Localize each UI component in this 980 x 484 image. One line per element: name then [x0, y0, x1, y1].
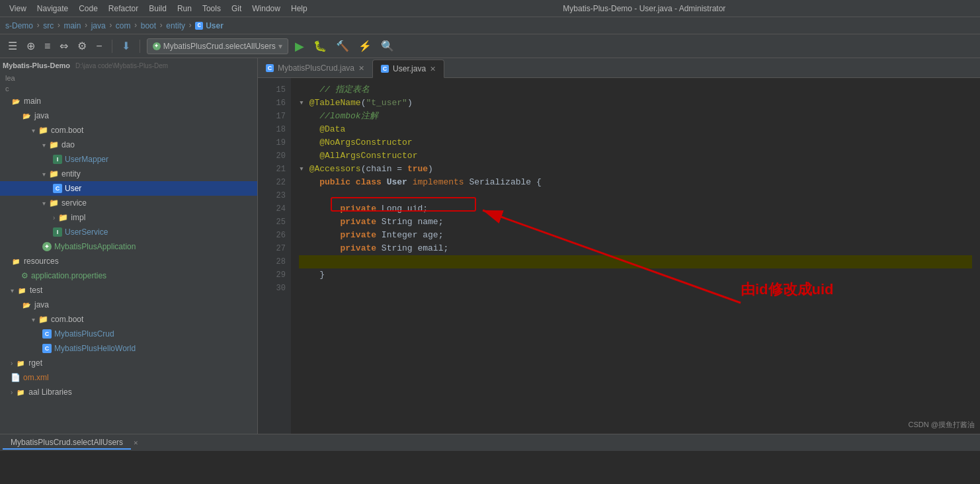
tree-testjava-folder[interactable]: 📂 java — [0, 298, 257, 312]
tree-dao-folder[interactable]: ▾ 📁 dao — [0, 138, 257, 152]
sidebar-idea-label: lea — [0, 73, 257, 83]
menu-view[interactable]: View — [5, 3, 30, 15]
tree-entity-folder[interactable]: ▾ 📁 entity — [0, 167, 257, 181]
build-button[interactable]: 🔨 — [333, 38, 352, 54]
git-pull-btn[interactable]: ⬇ — [119, 38, 133, 54]
breadcrumb-java[interactable]: java — [91, 21, 106, 30]
tree-extlibs-folder[interactable]: › 📁 aal Libraries — [0, 385, 257, 399]
chevron-right-icon: › — [11, 360, 13, 367]
tree-user-label: User — [65, 184, 81, 193]
chevron-right-icon: › — [53, 214, 55, 222]
chevron-right-icon: › — [11, 389, 13, 396]
tab-userjava[interactable]: C User.java ✕ — [372, 60, 444, 78]
folder-icon: 📁 — [11, 256, 21, 266]
folder-icon: 📁 — [58, 212, 68, 223]
fold-icon: ▾ — [299, 97, 309, 110]
toolbar-center-btn[interactable]: ⊕ — [24, 38, 38, 54]
line-num-24: 24 — [258, 202, 286, 216]
chevron-down-icon: ▾ — [42, 171, 46, 178]
var-age: age — [423, 229, 438, 242]
tree-extlibs-label: aal Libraries — [28, 387, 71, 397]
breadcrumb-com[interactable]: com — [116, 21, 131, 30]
tree-user-class[interactable]: C User — [0, 181, 257, 196]
run-config-chevron: ▾ — [278, 42, 282, 51]
toolbar-separator2 — [140, 40, 140, 53]
line-num-30: 30 — [258, 282, 286, 295]
code-content[interactable]: // 指定表名 ▾ @TableName ( "t_user" ) //lomb… — [291, 78, 980, 434]
code-line-21: ▾ @Accessors ( chain = true ) — [299, 163, 972, 176]
folder-icon: 📁 — [38, 125, 48, 136]
line-num-23: 23 — [258, 189, 286, 202]
toolbar-align-btn[interactable]: ≡ — [42, 39, 53, 54]
menu-help[interactable]: Help — [287, 3, 311, 15]
tree-appprops[interactable]: ⚙ application.properties — [0, 268, 257, 283]
toolbar-close-btn[interactable]: − — [93, 39, 104, 54]
coverage-btn[interactable]: ⚡ — [356, 38, 374, 54]
run-button[interactable]: ▶ — [292, 38, 307, 55]
tree-mybatispluscrud-label: MybatisPlusCrud — [54, 329, 114, 339]
bottom-tab-close[interactable]: ✕ — [134, 438, 138, 447]
breadcrumb-entity[interactable]: entity — [166, 21, 185, 30]
tab-bar: C MybatisPlusCrud.java ✕ C User.java ✕ — [258, 58, 980, 78]
debug-button[interactable]: 🐛 — [311, 38, 329, 54]
var-uid: uid — [407, 202, 423, 216]
tree-pomxml[interactable]: 📄 om.xml — [0, 370, 257, 385]
tree-impl-folder[interactable]: › 📁 impl — [0, 210, 257, 225]
sidebar-c-label: c — [0, 83, 257, 94]
breadcrumb-main[interactable]: main — [63, 21, 81, 30]
tab-close-mybatispluscrud[interactable]: ✕ — [358, 64, 364, 73]
tree-mybatisplushello[interactable]: C MybatisPlusHelloWorld — [0, 341, 257, 356]
tree-service-folder[interactable]: ▾ 📁 service — [0, 196, 257, 210]
tree-resources-folder[interactable]: 📁 resources — [0, 254, 257, 268]
line-numbers: 15 16 17 18 19 20 21 22 23 24 25 26 27 2… — [258, 78, 291, 434]
tree-java-folder[interactable]: 📂 java — [0, 108, 257, 123]
tree-comboot-folder[interactable]: ▾ 📁 com.boot — [0, 123, 257, 138]
tree-mybatisplus-app[interactable]: ✦ MybatisPlusApplication — [0, 239, 257, 254]
toolbar-menu-btn[interactable]: ☰ — [5, 38, 20, 54]
tree-testcomboot-folder[interactable]: ▾ 📁 com.boot — [0, 312, 257, 327]
breadcrumb-src[interactable]: src — [43, 21, 54, 30]
tree-userservice[interactable]: I UserService — [0, 225, 257, 239]
tree-main-folder[interactable]: 📂 main — [0, 94, 257, 108]
menu-tools[interactable]: Tools — [198, 3, 225, 15]
breadcrumb-boot[interactable]: boot — [141, 21, 156, 30]
tree-mybatispluscrud[interactable]: C MybatisPlusCrud — [0, 327, 257, 341]
tree-test-folder[interactable]: ▾ 📁 test — [0, 283, 257, 298]
bottom-tab-item[interactable]: MybatisPlusCrud.selectAllUsers — [3, 436, 131, 450]
props-icon: ⚙ — [21, 271, 28, 280]
toolbar-settings-btn[interactable]: ⚙ — [75, 38, 89, 54]
menu-code[interactable]: Code — [75, 3, 102, 15]
interface-icon: I — [53, 227, 62, 237]
tab-mybatispluscrud[interactable]: C MybatisPlusCrud.java ✕ — [258, 59, 372, 77]
tree-target-folder[interactable]: › 📁 rget — [0, 356, 257, 370]
breadcrumb-sdemo[interactable]: s-Demo — [5, 21, 33, 30]
folder-icon: 📁 — [15, 358, 26, 368]
run-config-box[interactable]: ✦ MybatisPlusCrud.selectAllUsers ▾ — [147, 38, 288, 54]
tab-class-icon: C — [381, 65, 389, 73]
code-line-29: } — [299, 268, 972, 282]
folder-open-icon: 📂 — [21, 110, 32, 121]
code-line-19: @NoArgsConstructor — [299, 136, 972, 149]
menu-git[interactable]: Git — [227, 3, 245, 15]
menu-build[interactable]: Build — [145, 3, 171, 15]
tree-appprops-label: application.properties — [31, 271, 106, 280]
type-serializable: Serializable — [469, 176, 536, 189]
menu-run[interactable]: Run — [173, 3, 196, 15]
folder-icon: 📁 — [38, 314, 48, 325]
menu-window[interactable]: Window — [248, 3, 284, 15]
tree-usermapper[interactable]: I UserMapper — [0, 152, 257, 167]
editor-area: C MybatisPlusCrud.java ✕ C User.java ✕ 1… — [258, 58, 980, 434]
annotation-noargs: @NoArgsConstructor — [299, 136, 413, 149]
menu-refactor[interactable]: Refactor — [104, 3, 142, 15]
folder-icon: 📁 — [48, 198, 59, 208]
profile-btn[interactable]: 🔍 — [378, 38, 397, 54]
window-title: Mybatis-Plus-Demo - User.java - Administ… — [563, 4, 725, 13]
folder-icon: 📂 — [21, 300, 32, 310]
toolbar-diff-btn[interactable]: ⇔ — [57, 38, 71, 54]
kw-private-25: private — [340, 216, 381, 229]
tab-close-userjava[interactable]: ✕ — [430, 65, 436, 73]
menu-navigate[interactable]: Navigate — [33, 3, 72, 15]
tree-impl-label: impl — [71, 213, 85, 222]
chevron-down-icon: ▾ — [32, 127, 35, 134]
breadcrumb-current[interactable]: User — [206, 21, 224, 30]
